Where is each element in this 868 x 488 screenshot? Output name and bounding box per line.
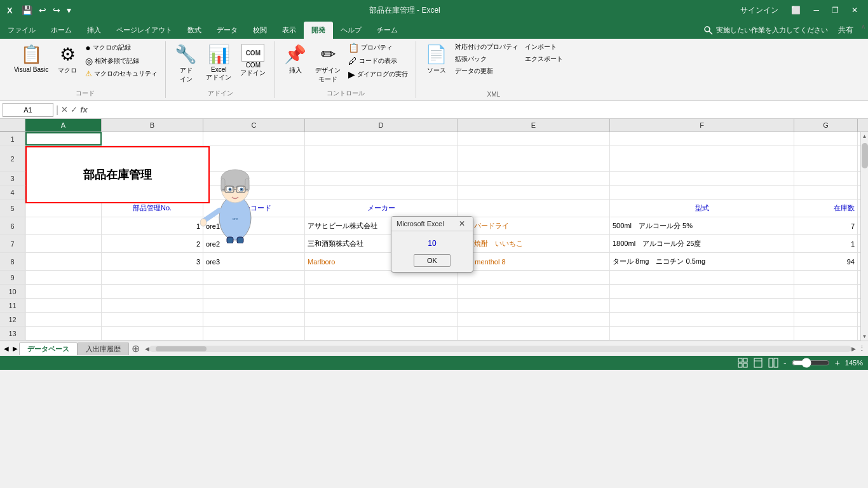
macros-button[interactable]: ⚙ マクロ xyxy=(53,41,81,78)
cell-a12[interactable] xyxy=(25,313,102,326)
cell-e10[interactable] xyxy=(458,285,610,298)
excel-addin-button[interactable]: 📊 Excelアドイン xyxy=(202,41,235,85)
zoom-in-button[interactable]: + xyxy=(835,358,840,368)
row-number-6[interactable]: 6 xyxy=(0,217,25,234)
cell-a13[interactable] xyxy=(25,327,102,340)
cell-c12[interactable] xyxy=(203,313,305,326)
cell-e4[interactable] xyxy=(458,186,610,199)
row-number-11[interactable]: 11 xyxy=(0,299,25,312)
cell-e7[interactable]: むぎ焼酎 いいちこ xyxy=(458,235,610,252)
hscroll-track[interactable] xyxy=(149,346,851,352)
cell-c1[interactable] xyxy=(203,132,305,146)
redo-button[interactable]: ↪ xyxy=(50,4,63,17)
cell-b11[interactable] xyxy=(102,299,203,312)
cell-d5[interactable]: メーカー xyxy=(305,200,458,217)
cell-e8[interactable]: blak menthol 8 xyxy=(458,253,610,270)
relative-reference-button[interactable]: ◎ 相対参照で記録 xyxy=(83,55,160,67)
tab-view[interactable]: 表示 xyxy=(275,22,304,39)
cell-g3[interactable] xyxy=(794,172,858,185)
row-number-12[interactable]: 12 xyxy=(0,313,25,326)
view-code-button[interactable]: 🖊 コードの表示 xyxy=(346,55,410,67)
cell-f8[interactable]: タール 8mg ニコチン 0.5mg xyxy=(610,253,794,270)
options-dots-button[interactable]: ⋮ xyxy=(858,344,865,353)
import-button[interactable]: インポート xyxy=(522,41,566,53)
cell-e13[interactable] xyxy=(458,327,610,340)
normal-view-button[interactable] xyxy=(738,358,748,368)
row-number-13[interactable]: 13 xyxy=(0,327,25,340)
col-header-a[interactable]: A xyxy=(25,119,102,132)
row-number-8[interactable]: 8 xyxy=(0,253,25,270)
minimize-button[interactable]: ─ xyxy=(808,3,824,17)
page-layout-view-button[interactable] xyxy=(753,358,763,368)
cell-g1[interactable] xyxy=(794,132,858,146)
add-sheet-button[interactable]: ⊕ xyxy=(129,342,142,355)
cell-c8[interactable]: ore3 xyxy=(203,253,305,270)
signin-button[interactable]: サインイン xyxy=(735,3,783,18)
export-button[interactable]: エクスポート xyxy=(522,53,566,65)
share-button[interactable]: 共有 xyxy=(833,22,858,39)
row-number-7[interactable]: 7 xyxy=(0,235,25,252)
insert-control-button[interactable]: 📌 挿入 xyxy=(280,41,310,78)
col-header-d[interactable]: D xyxy=(305,119,458,132)
cell-b13[interactable] xyxy=(102,327,203,340)
row-number-5[interactable]: 5 xyxy=(0,200,25,217)
cell-b6[interactable]: 1 xyxy=(102,217,203,234)
row-number-3[interactable]: 3 xyxy=(0,172,25,185)
cell-c10[interactable] xyxy=(203,285,305,298)
cell-g4[interactable] xyxy=(794,186,858,199)
maximize-restore-button[interactable]: ⬜ xyxy=(786,3,806,17)
cell-f5[interactable]: 型式 xyxy=(610,200,794,217)
cell-d2[interactable] xyxy=(305,146,458,171)
cell-d3[interactable] xyxy=(305,172,458,185)
confirm-formula-button[interactable]: ✓ xyxy=(71,105,78,114)
col-header-f[interactable]: F xyxy=(610,119,794,132)
cell-d1[interactable] xyxy=(305,132,458,146)
dialog-close-button[interactable]: ✕ xyxy=(456,219,468,228)
tab-home[interactable]: ホーム xyxy=(43,22,79,39)
close-button[interactable]: ✕ xyxy=(846,3,863,17)
properties-button[interactable]: 📋 プロパティ xyxy=(346,41,410,54)
scroll-thumb[interactable] xyxy=(862,143,868,168)
scroll-up-button[interactable]: ▲ xyxy=(861,132,868,140)
run-dialog-button[interactable]: ▶ ダイアログの実行 xyxy=(346,68,410,81)
formula-input[interactable] xyxy=(90,103,865,117)
dialog-ok-button[interactable]: OK xyxy=(414,254,451,267)
cell-e3[interactable] xyxy=(458,172,610,185)
cell-b12[interactable] xyxy=(102,313,203,326)
col-header-e[interactable]: E xyxy=(458,119,610,132)
row-number-10[interactable]: 10 xyxy=(0,285,25,298)
tab-insert[interactable]: 挿入 xyxy=(79,22,109,39)
cell-g5[interactable]: 在庫数 xyxy=(794,200,858,217)
cell-d13[interactable] xyxy=(305,327,458,340)
name-box[interactable] xyxy=(3,103,53,117)
cell-d11[interactable] xyxy=(305,299,458,312)
col-header-c[interactable]: C xyxy=(203,119,305,132)
cell-e9[interactable] xyxy=(458,271,610,284)
cell-a7[interactable] xyxy=(25,235,102,252)
refresh-data-button[interactable]: データの更新 xyxy=(452,65,521,77)
cell-d9[interactable] xyxy=(305,271,458,284)
tab-file[interactable]: ファイル xyxy=(0,22,43,39)
row-number-2[interactable]: 2 xyxy=(0,146,25,171)
cell-f4[interactable] xyxy=(610,186,794,199)
sheet-tab-history[interactable]: 入出庫履歴 xyxy=(78,342,129,355)
record-macro-button[interactable]: ● マクロの記録 xyxy=(83,41,160,54)
search-label[interactable]: 実施したい作業を入力してください xyxy=(716,25,828,35)
zoom-slider[interactable] xyxy=(792,358,830,368)
page-break-view-button[interactable] xyxy=(768,358,778,368)
cell-b1[interactable] xyxy=(102,132,203,146)
cell-a9[interactable] xyxy=(25,271,102,284)
cell-e1[interactable] xyxy=(458,132,610,146)
design-mode-button[interactable]: ✏ デザインモード xyxy=(311,41,344,86)
vertical-scrollbar[interactable]: ▲ ▼ xyxy=(860,132,868,341)
cell-g7[interactable]: 1 xyxy=(794,235,858,252)
collapse-ribbon-button[interactable]: ∧ xyxy=(858,22,868,31)
select-all-button[interactable] xyxy=(0,119,25,132)
cell-d12[interactable] xyxy=(305,313,458,326)
save-button[interactable]: 💾 xyxy=(19,4,35,17)
cell-a10[interactable] xyxy=(25,285,102,298)
cell-d10[interactable] xyxy=(305,285,458,298)
cell-f3[interactable] xyxy=(610,172,794,185)
cell-f11[interactable] xyxy=(610,299,794,312)
tab-team[interactable]: チーム xyxy=(369,22,405,39)
